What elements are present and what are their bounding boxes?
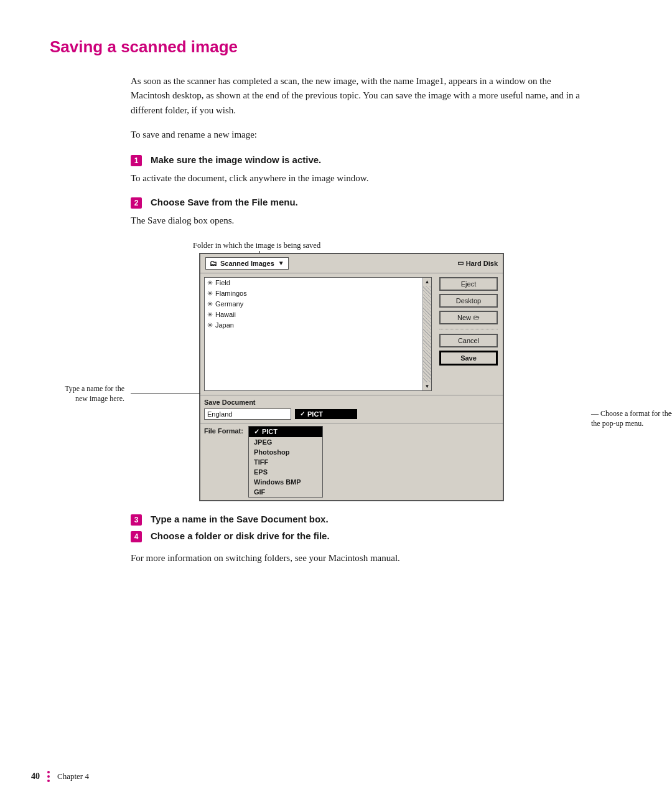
step-number-3: 3 bbox=[131, 514, 142, 526]
new-folder-icon: 🗁 bbox=[474, 314, 480, 321]
new-button[interactable]: New 🗁 bbox=[439, 311, 498, 324]
format-item-eps[interactable]: EPS bbox=[249, 467, 322, 477]
file-name: Flamingos bbox=[215, 290, 247, 297]
save-doc-row: England ✓ PICT bbox=[204, 408, 499, 420]
step-2-description: The Save dialog box opens. bbox=[131, 214, 585, 228]
file-icon: ✳ bbox=[207, 311, 213, 319]
step-3: 3 Type a name in the Save Document box. bbox=[131, 514, 585, 526]
right-annotation: — Choose a format for the image from the… bbox=[591, 408, 672, 430]
hard-disk-icon: ▭ bbox=[457, 259, 464, 267]
step-2-heading: Choose Save from the File menu. bbox=[151, 197, 298, 207]
folder-label-text: Folder in which the image is being saved bbox=[193, 241, 320, 250]
file-list: ✳ Field ✳ Flamingos ✳ Germany bbox=[204, 277, 432, 391]
format-item-pict[interactable]: ✓ PICT bbox=[249, 427, 322, 437]
format-label-row: File Format: ✓ PICT JPEG Photoshop TIFF … bbox=[204, 426, 499, 498]
page-number: 40 bbox=[31, 772, 40, 781]
format-label: File Format: bbox=[204, 427, 243, 435]
checkmark-icon: ✓ bbox=[300, 410, 305, 417]
footer-chapter: Chapter 4 bbox=[57, 772, 89, 781]
page-title: Saving a scanned image bbox=[50, 37, 622, 57]
format-item-jpeg[interactable]: JPEG bbox=[249, 437, 322, 447]
scroll-track[interactable] bbox=[423, 286, 431, 382]
format-popup: ✓ PICT JPEG Photoshop TIFF EPS Windows B… bbox=[248, 426, 323, 498]
step-number-2: 2 bbox=[131, 197, 142, 209]
save-document-label: Save Document bbox=[204, 399, 499, 406]
eject-button[interactable]: Eject bbox=[439, 277, 498, 291]
step-1-description: To activate the document, click anywhere… bbox=[131, 171, 585, 186]
final-paragraph: For more information on switching folder… bbox=[131, 551, 585, 565]
list-item[interactable]: ✳ Germany bbox=[205, 299, 422, 309]
save-dialog-wrapper: Type a name for the new image here. — Ch… bbox=[131, 253, 585, 501]
save-button[interactable]: Save bbox=[439, 351, 498, 366]
format-item-gif[interactable]: GIF bbox=[249, 487, 322, 497]
step-2: 2 Choose Save from the File menu. bbox=[131, 197, 585, 209]
file-name: Field bbox=[215, 279, 230, 286]
dialog-buttons: Eject Desktop New 🗁 Cancel Save bbox=[434, 273, 503, 395]
dialog-top-bar: 🗂 Scanned Images ▼ ▭ Hard Disk bbox=[200, 254, 503, 273]
format-item-windowsbmp[interactable]: Windows BMP bbox=[249, 477, 322, 487]
left-connector-line bbox=[131, 394, 200, 394]
footer-dot-3 bbox=[47, 780, 50, 782]
dialog-main: ✳ Field ✳ Flamingos ✳ Germany bbox=[200, 273, 503, 395]
step-1: 1 Make sure the image window is active. bbox=[131, 154, 585, 166]
list-item[interactable]: ✳ Field bbox=[205, 278, 422, 288]
hard-disk-name: Hard Disk bbox=[466, 260, 498, 267]
step-number-1: 1 bbox=[131, 155, 142, 166]
footer-dot-2 bbox=[47, 775, 50, 778]
file-icon: ✳ bbox=[207, 279, 213, 287]
pict-checkmark: ✓ bbox=[254, 428, 259, 436]
format-item-photoshop[interactable]: Photoshop bbox=[249, 447, 322, 457]
footer-dot-1 bbox=[47, 771, 50, 773]
folder-dropdown[interactable]: 🗂 Scanned Images ▼ bbox=[205, 257, 289, 270]
page-footer: 40 Chapter 4 bbox=[31, 771, 89, 782]
hard-disk-label: ▭ Hard Disk bbox=[457, 259, 498, 267]
step-3-heading: Type a name in the Save Document box. bbox=[151, 514, 329, 524]
scroll-up-icon[interactable]: ▲ bbox=[424, 278, 431, 286]
to-save-line: To save and rename a new image: bbox=[131, 128, 585, 142]
format-selected-name: PICT bbox=[307, 410, 323, 418]
scroll-down-icon[interactable]: ▼ bbox=[424, 382, 431, 390]
folder-name: Scanned Images bbox=[220, 260, 274, 267]
left-annotation: Type a name for the new image here. bbox=[51, 384, 124, 405]
desktop-button[interactable]: Desktop bbox=[439, 294, 498, 308]
list-item[interactable]: ✳ Hawaii bbox=[205, 309, 422, 320]
intro-paragraph: As soon as the scanner has completed a s… bbox=[131, 74, 585, 118]
list-item[interactable]: ✳ Japan bbox=[205, 320, 422, 331]
step-number-4: 4 bbox=[131, 531, 142, 542]
file-name: Hawaii bbox=[215, 311, 236, 318]
step-4: 4 Choose a folder or disk drive for the … bbox=[131, 531, 585, 542]
format-selected[interactable]: ✓ PICT bbox=[295, 409, 357, 419]
save-dialog: 🗂 Scanned Images ▼ ▭ Hard Disk bbox=[199, 253, 504, 501]
file-icon: ✳ bbox=[207, 290, 213, 298]
step-1-heading: Make sure the image window is active. bbox=[151, 154, 321, 165]
dialog-illustration: Folder in which the image is being saved… bbox=[131, 240, 585, 501]
scrollbar[interactable]: ▲ ▼ bbox=[422, 278, 431, 390]
file-icon: ✳ bbox=[207, 321, 213, 329]
page: Saving a scanned image As soon as the sc… bbox=[0, 0, 672, 614]
format-section: File Format: ✓ PICT JPEG Photoshop TIFF … bbox=[200, 423, 503, 500]
dropdown-arrow-icon: ▼ bbox=[278, 260, 284, 267]
file-icon: ✳ bbox=[207, 300, 213, 308]
list-item[interactable]: ✳ Flamingos bbox=[205, 288, 422, 299]
save-name-input[interactable]: England bbox=[204, 408, 291, 420]
cancel-button[interactable]: Cancel bbox=[439, 334, 498, 347]
button-separator bbox=[439, 329, 498, 329]
step-4-heading: Choose a folder or disk drive for the fi… bbox=[151, 531, 330, 541]
file-name: Germany bbox=[215, 300, 243, 308]
save-document-section: Save Document England ✓ PICT bbox=[200, 395, 503, 423]
footer-dots bbox=[47, 771, 50, 782]
format-item-tiff[interactable]: TIFF bbox=[249, 457, 322, 467]
folder-icon: 🗂 bbox=[210, 259, 217, 268]
file-name: Japan bbox=[215, 321, 234, 329]
